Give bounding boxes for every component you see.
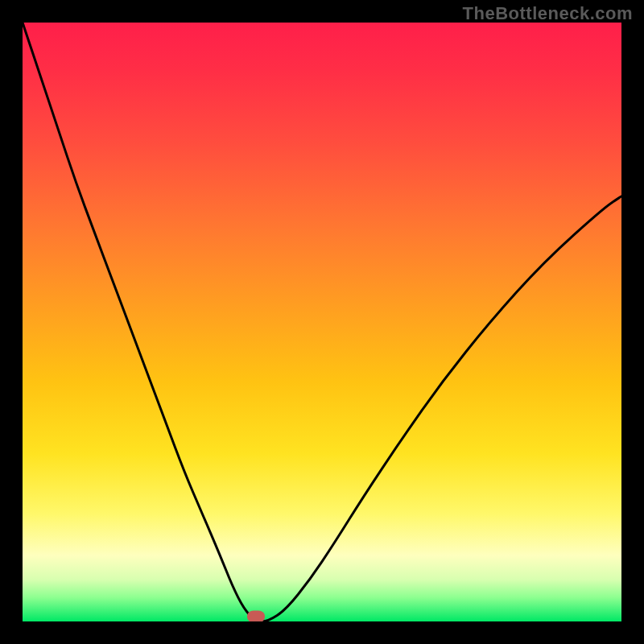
watermark-text: TheBottleneck.com [463,3,633,24]
bottleneck-curve [23,23,621,621]
plot-area [23,23,621,621]
chart-frame: TheBottleneck.com [0,0,644,644]
optimum-marker [247,611,265,622]
